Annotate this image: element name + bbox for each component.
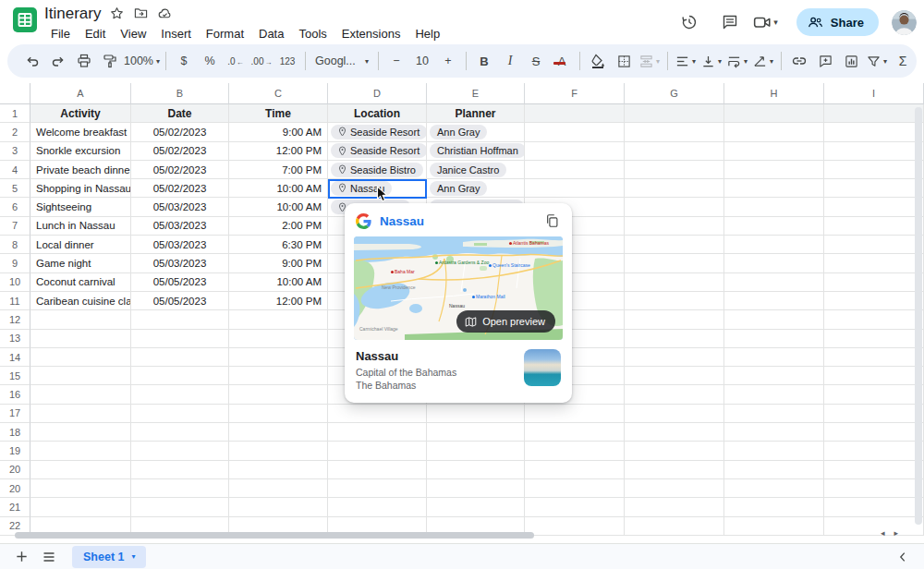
cell-G17[interactable]: [625, 405, 724, 423]
cell-A20[interactable]: [30, 479, 131, 498]
cell-F17[interactable]: [525, 405, 625, 423]
row-header-2[interactable]: 2: [0, 123, 30, 141]
cloud-saved-icon[interactable]: [158, 6, 173, 21]
cell-I13[interactable]: [824, 330, 924, 348]
cell-C15[interactable]: [229, 367, 328, 385]
cell-B3[interactable]: 05/02/2023: [131, 142, 229, 161]
cell-I3[interactable]: [824, 142, 924, 161]
cell-H16[interactable]: [724, 385, 824, 404]
cell-B9[interactable]: 05/03/2023: [131, 254, 229, 272]
decrease-font-size-button[interactable]: −: [384, 49, 408, 73]
cell-C19[interactable]: [229, 442, 328, 460]
row-header-13[interactable]: 13: [0, 330, 30, 348]
cell-A1[interactable]: Activity: [30, 104, 131, 123]
filter-button[interactable]: ▾: [865, 49, 889, 73]
row-header-4[interactable]: 4: [0, 161, 30, 179]
cell-H15[interactable]: [724, 367, 824, 385]
cell-G4[interactable]: [625, 161, 724, 179]
cell-D21[interactable]: [328, 498, 427, 516]
cell-F2[interactable]: [525, 123, 625, 141]
menu-edit[interactable]: Edit: [79, 25, 112, 42]
cell-I7[interactable]: [824, 217, 924, 236]
text-color-button[interactable]: A: [550, 49, 574, 73]
cell-D19[interactable]: [328, 442, 427, 460]
cell-I17[interactable]: [824, 405, 924, 423]
cell-A20[interactable]: [30, 461, 131, 479]
row-header-15[interactable]: 15: [0, 367, 30, 385]
font-size-input[interactable]: 10: [410, 49, 434, 73]
cell-D18[interactable]: [328, 423, 427, 442]
cell-G20[interactable]: [625, 479, 724, 498]
functions-button[interactable]: Σ: [891, 49, 915, 73]
cell-A2[interactable]: Welcome breakfast: [30, 123, 131, 141]
cell-A9[interactable]: Game night: [30, 254, 131, 272]
scroll-left-arrow[interactable]: ◂: [881, 528, 885, 538]
cell-D20[interactable]: [328, 461, 427, 479]
cell-G7[interactable]: [625, 217, 724, 236]
format-currency-button[interactable]: $: [172, 49, 196, 73]
horizontal-align-button[interactable]: ▾: [674, 49, 698, 73]
fill-color-button[interactable]: [586, 49, 610, 73]
cell-I14[interactable]: [824, 348, 924, 367]
cell-C6[interactable]: 10:00 AM: [229, 198, 328, 216]
cell-H20[interactable]: [724, 461, 824, 479]
cell-B19[interactable]: [131, 442, 229, 460]
cell-D5[interactable]: Nassau: [328, 179, 427, 198]
number-format-button[interactable]: 123: [275, 49, 299, 73]
cell-A17[interactable]: [30, 405, 131, 423]
column-header-I[interactable]: I: [824, 83, 924, 104]
cell-C20[interactable]: [229, 479, 328, 498]
planner-chip[interactable]: Christian Hoffman: [430, 143, 525, 158]
cell-H17[interactable]: [724, 405, 824, 423]
row-header-21[interactable]: 21: [0, 498, 30, 516]
cell-B2[interactable]: 05/02/2023: [131, 123, 229, 141]
cell-F20[interactable]: [525, 479, 625, 498]
cell-C9[interactable]: 9:00 PM: [229, 254, 328, 272]
cell-A14[interactable]: [30, 348, 131, 367]
cell-C20[interactable]: [229, 461, 328, 479]
cell-E17[interactable]: [427, 405, 525, 423]
cell-B17[interactable]: [131, 405, 229, 423]
copy-icon[interactable]: [544, 212, 561, 229]
sheets-logo-icon[interactable]: [12, 7, 38, 33]
cell-B14[interactable]: [131, 348, 229, 367]
cell-C18[interactable]: [229, 423, 328, 442]
menu-insert[interactable]: Insert: [154, 25, 198, 42]
borders-button[interactable]: [612, 49, 636, 73]
menu-format[interactable]: Format: [200, 25, 250, 42]
cell-G1[interactable]: [625, 104, 724, 123]
cell-I11[interactable]: [824, 292, 924, 310]
row-header-1[interactable]: 1: [0, 104, 30, 123]
collapse-side-panel-icon[interactable]: [891, 546, 915, 568]
location-chip[interactable]: Seaside Resort: [331, 125, 427, 139]
column-header-H[interactable]: H: [724, 83, 824, 104]
cell-G22[interactable]: [625, 517, 724, 536]
cell-C3[interactable]: 12:00 PM: [229, 142, 328, 161]
horizontal-scrollbar[interactable]: [15, 532, 534, 539]
insert-comment-button[interactable]: [813, 49, 837, 73]
cell-H10[interactable]: [724, 273, 824, 292]
column-header-E[interactable]: E: [427, 83, 525, 104]
cell-G18[interactable]: [625, 423, 724, 442]
cell-H13[interactable]: [724, 330, 824, 348]
cell-G10[interactable]: [625, 273, 724, 292]
cell-H7[interactable]: [724, 217, 824, 236]
cell-E19[interactable]: [427, 442, 525, 460]
location-chip[interactable]: Seaside Resort: [331, 143, 427, 158]
cell-D2[interactable]: Seaside Resort: [328, 123, 427, 141]
cell-A16[interactable]: [30, 385, 131, 404]
row-header-9[interactable]: 9: [0, 254, 30, 272]
cell-F3[interactable]: [525, 142, 625, 161]
cell-I21[interactable]: [824, 498, 924, 516]
cell-B10[interactable]: 05/05/2023: [131, 273, 229, 292]
cell-F5[interactable]: [525, 179, 625, 198]
column-header-G[interactable]: G: [625, 83, 724, 104]
bold-button[interactable]: B: [472, 49, 496, 73]
cell-C1[interactable]: Time: [229, 104, 328, 123]
cell-H6[interactable]: [724, 198, 824, 216]
strikethrough-button[interactable]: S: [524, 49, 548, 73]
cell-G16[interactable]: [625, 385, 724, 404]
row-header-16[interactable]: 16: [0, 385, 30, 404]
cell-A19[interactable]: [30, 442, 131, 460]
cell-B7[interactable]: 05/03/2023: [131, 217, 229, 236]
